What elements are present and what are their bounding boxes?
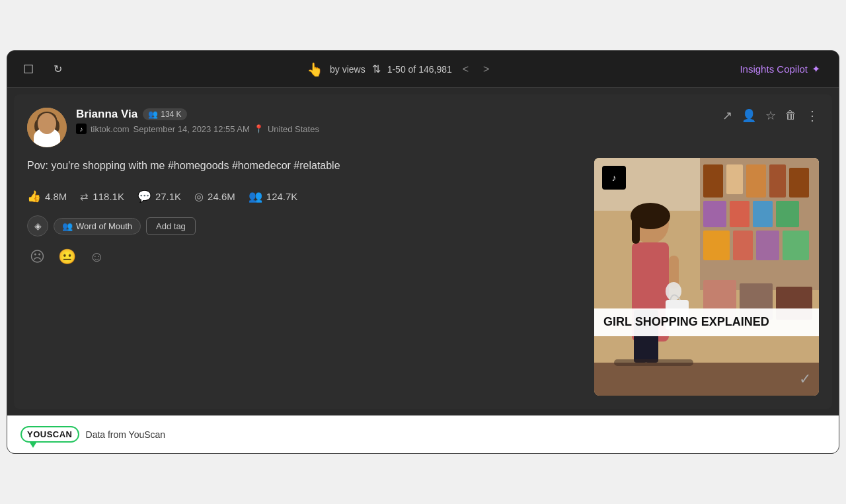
svg-point-4 bbox=[34, 120, 41, 133]
video-title-overlay: GIRL SHOPPING EXPLAINED bbox=[594, 308, 819, 336]
svg-point-2 bbox=[34, 131, 60, 147]
svg-rect-36 bbox=[614, 359, 693, 366]
views-stat: ◎ 24.6M bbox=[194, 190, 235, 203]
video-title-text: GIRL SHOPPING EXPLAINED bbox=[603, 315, 810, 330]
svg-rect-15 bbox=[789, 168, 809, 198]
refresh-button[interactable]: ↻ bbox=[47, 59, 68, 80]
avatar bbox=[27, 108, 67, 147]
check-button[interactable]: ✓ bbox=[799, 371, 811, 388]
sentiment-negative-icon: ☹ bbox=[30, 248, 45, 265]
location-label: United States bbox=[268, 124, 319, 134]
svg-point-7 bbox=[50, 125, 52, 128]
video-thumbnail[interactable]: ♪ GIRL SHOPPING EXPLAINED ✓ bbox=[594, 158, 819, 396]
tiktok-badge-text: ♪ bbox=[612, 172, 617, 183]
sort-label: by views bbox=[330, 64, 365, 75]
views-icon: ◎ bbox=[194, 190, 204, 203]
svg-rect-22 bbox=[756, 231, 779, 260]
likes-count: 4.8M bbox=[45, 191, 67, 202]
post-date: September 14, 2023 12:55 AM bbox=[134, 124, 250, 134]
svg-rect-23 bbox=[783, 231, 809, 260]
toolbar: ☐ ↻ 👆 by views ⇅ 1-50 of 146,981 < > Ins… bbox=[7, 51, 839, 88]
user-name: Brianna Via bbox=[76, 108, 137, 121]
reach-count: 124.7K bbox=[266, 191, 298, 202]
youscan-logo: YOUSCAN bbox=[20, 426, 79, 443]
reach-icon: 👥 bbox=[249, 190, 262, 203]
insights-copilot-label: Insights Copilot bbox=[740, 63, 808, 75]
share-icon: ↗ bbox=[722, 108, 732, 123]
svg-rect-19 bbox=[776, 201, 799, 227]
comments-count: 27.1K bbox=[155, 191, 181, 202]
checkbox-icon: ☐ bbox=[23, 62, 34, 77]
sentiment-neutral-button[interactable]: 😐 bbox=[56, 246, 79, 268]
shares-icon: ⇄ bbox=[80, 191, 89, 203]
star-button[interactable]: ☆ bbox=[765, 108, 776, 123]
toolbar-center: 👆 by views ⇅ 1-50 of 146,981 < > bbox=[76, 61, 724, 78]
word-of-mouth-icon: 👥 bbox=[62, 221, 73, 231]
shares-count: 118.1K bbox=[93, 191, 124, 202]
profile-button[interactable]: 👤 bbox=[742, 108, 756, 123]
svg-rect-14 bbox=[769, 164, 786, 198]
svg-rect-20 bbox=[703, 231, 730, 260]
insights-copilot-button[interactable]: Insights Copilot ✦ bbox=[732, 59, 828, 79]
svg-rect-21 bbox=[733, 231, 753, 260]
tiktok-badge: ♪ bbox=[602, 166, 626, 190]
sentiment-positive-icon: ☺ bbox=[89, 248, 104, 265]
user-info: Brianna Via 👥 134 K ♪ tiktok.com Septemb… bbox=[76, 108, 319, 134]
reach-stat: 👥 124.7K bbox=[249, 190, 298, 203]
sentiment-neutral-icon: 😐 bbox=[58, 248, 76, 265]
sentiment-negative-button[interactable]: ☹ bbox=[27, 246, 48, 268]
svg-point-3 bbox=[37, 112, 57, 127]
card-header-right: ↗ 👤 ☆ 🗑 ⋮ bbox=[722, 108, 819, 124]
user-name-row: Brianna Via 👥 134 K bbox=[76, 108, 319, 121]
pagination-text: 1-50 of 146,981 bbox=[387, 64, 452, 75]
share-button[interactable]: ↗ bbox=[722, 108, 732, 123]
next-page-button[interactable]: > bbox=[479, 61, 493, 78]
svg-rect-16 bbox=[703, 201, 726, 227]
svg-point-5 bbox=[53, 120, 59, 133]
refresh-icon: ↻ bbox=[54, 63, 62, 75]
shares-stat: ⇄ 118.1K bbox=[80, 191, 124, 203]
word-of-mouth-tag: 👥 Word of Mouth bbox=[54, 218, 141, 234]
comments-stat: 💬 27.1K bbox=[137, 190, 181, 203]
svg-rect-17 bbox=[730, 201, 750, 227]
sort-emoji-icon: 👆 bbox=[307, 61, 323, 77]
likes-icon: 👍 bbox=[27, 190, 41, 203]
more-button[interactable]: ⋮ bbox=[806, 108, 819, 124]
svg-rect-11 bbox=[703, 164, 723, 198]
youscan-tail bbox=[30, 443, 36, 448]
add-tag-button[interactable]: Add tag bbox=[146, 217, 196, 235]
avatar-image bbox=[27, 108, 67, 147]
sentiment-positive-button[interactable]: ☺ bbox=[87, 246, 106, 268]
tiktok-icon: ♪ bbox=[76, 124, 87, 134]
svg-rect-18 bbox=[753, 201, 773, 227]
svg-rect-35 bbox=[594, 363, 819, 396]
sentiment-row: ☹ 😐 ☺ bbox=[27, 246, 581, 268]
card-text-section: Pov: you're shopping with me #homegoods … bbox=[27, 158, 581, 268]
card-header-left: Brianna Via 👥 134 K ♪ tiktok.com Septemb… bbox=[27, 108, 319, 147]
trash-icon: 🗑 bbox=[785, 109, 796, 122]
footer: YOUSCAN Data from YouScan bbox=[7, 415, 839, 453]
tag-settings-button[interactable]: ◈ bbox=[27, 215, 48, 236]
prev-page-button[interactable]: < bbox=[459, 61, 473, 78]
likes-stat: 👍 4.8M bbox=[27, 190, 67, 203]
tags-row: ◈ 👥 Word of Mouth Add tag bbox=[27, 215, 581, 236]
thumbnail-background bbox=[594, 158, 819, 396]
person-icon: 👤 bbox=[742, 108, 756, 123]
svg-point-0 bbox=[27, 108, 67, 147]
youscan-brand-text: YOUSCAN bbox=[27, 429, 73, 439]
insights-star-icon: ✦ bbox=[812, 63, 820, 75]
card-body: Pov: you're shopping with me #homegoods … bbox=[27, 158, 819, 396]
post-text: Pov: you're shopping with me #homegoods … bbox=[27, 158, 581, 174]
toolbar-left: ☐ ↻ bbox=[18, 59, 68, 80]
checkbox-button[interactable]: ☐ bbox=[18, 59, 39, 80]
comments-icon: 💬 bbox=[137, 190, 151, 203]
svg-rect-12 bbox=[726, 164, 743, 194]
svg-point-1 bbox=[38, 116, 56, 137]
check-icon: ✓ bbox=[799, 371, 811, 387]
views-count: 24.6M bbox=[208, 191, 235, 202]
followers-count: 134 K bbox=[161, 110, 181, 119]
word-of-mouth-label: Word of Mouth bbox=[76, 221, 132, 231]
footer-text: Data from YouScan bbox=[86, 429, 166, 440]
delete-button[interactable]: 🗑 bbox=[785, 109, 796, 122]
tag-settings-icon: ◈ bbox=[34, 221, 42, 231]
